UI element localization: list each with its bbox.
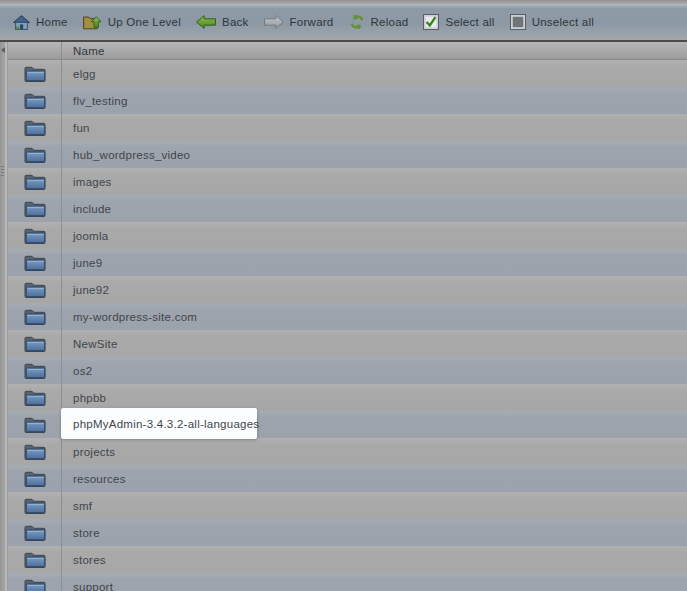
folder-name: phpMyAdmin-3.4.3.2-all-languages (73, 418, 259, 430)
name-column-header[interactable]: Name (62, 42, 687, 59)
home-button-label: Home (36, 16, 68, 28)
folder-icon (24, 416, 46, 433)
up-one-level-icon (83, 15, 102, 30)
folder-name: include (73, 203, 111, 215)
folder-name: store (73, 527, 100, 539)
back-arrow-icon (196, 15, 216, 29)
up-one-level-button-label: Up One Level (108, 16, 181, 28)
folder-icon (24, 578, 46, 591)
folder-name: resources (73, 473, 126, 485)
unselect-all-checkbox-icon (510, 14, 526, 30)
table-row[interactable]: images (8, 168, 687, 195)
select-all-button[interactable]: Select all (423, 14, 494, 30)
file-list-area: Name elgg flv_testing fun hub_wordpress_… (0, 42, 687, 591)
table-row[interactable]: stores (8, 546, 687, 573)
folder-name: fun (73, 122, 90, 134)
icon-column-header (8, 42, 62, 59)
back-button-label: Back (222, 16, 249, 28)
table-row[interactable]: projects (8, 438, 687, 465)
table-row[interactable]: os2 (8, 357, 687, 384)
folder-icon (24, 524, 46, 541)
file-table: Name elgg flv_testing fun hub_wordpress_… (8, 42, 687, 591)
folder-icon (24, 281, 46, 298)
folder-icon (24, 119, 46, 136)
folder-icon (24, 551, 46, 568)
table-row[interactable]: NewSite (8, 330, 687, 357)
folder-icon (24, 335, 46, 352)
folder-icon (24, 200, 46, 217)
folder-icon (24, 227, 46, 244)
reload-icon (349, 14, 365, 30)
folder-name: smf (73, 500, 92, 512)
table-row[interactable]: june9 (8, 249, 687, 276)
folder-icon (24, 389, 46, 406)
folder-name: june9 (73, 257, 102, 269)
table-row[interactable]: phpbb (8, 384, 687, 411)
unselect-all-button[interactable]: Unselect all (510, 14, 594, 30)
splitter-grip (1, 166, 4, 177)
folder-name: june92 (73, 284, 109, 296)
table-row-highlighted[interactable]: phpMyAdmin-3.4.3.2-all-languages (8, 411, 687, 438)
folder-icon (24, 443, 46, 460)
folder-icon (24, 362, 46, 379)
table-row[interactable]: resources (8, 465, 687, 492)
table-row[interactable]: june92 (8, 276, 687, 303)
panel-splitter[interactable] (0, 42, 8, 591)
select-all-checkbox-icon (423, 14, 439, 30)
folder-name: os2 (73, 365, 92, 377)
reload-button-label: Reload (371, 16, 409, 28)
home-icon (13, 15, 30, 30)
table-row[interactable]: fun (8, 114, 687, 141)
reload-button[interactable]: Reload (349, 14, 409, 30)
select-all-button-label: Select all (445, 16, 494, 28)
folder-icon (24, 497, 46, 514)
folder-name: projects (73, 446, 115, 458)
table-row[interactable]: hub_wordpress_video (8, 141, 687, 168)
table-row[interactable]: store (8, 519, 687, 546)
folder-name: NewSite (73, 338, 118, 350)
back-button[interactable]: Back (196, 15, 249, 29)
collapse-panel-icon[interactable] (1, 47, 5, 53)
table-row[interactable]: support (8, 573, 687, 591)
folder-name: phpbb (73, 392, 106, 404)
folder-icon (24, 470, 46, 487)
highlighted-folder-link[interactable]: phpMyAdmin-3.4.3.2-all-languages (61, 408, 257, 439)
folder-name: images (73, 176, 112, 188)
folder-name: stores (73, 554, 106, 566)
folder-icon (24, 65, 46, 82)
forward-arrow-icon (264, 15, 284, 29)
folder-name: flv_testing (73, 95, 128, 107)
name-column-label: Name (73, 45, 105, 57)
table-row[interactable]: flv_testing (8, 87, 687, 114)
folder-icon (24, 92, 46, 109)
table-header-row: Name (8, 42, 687, 60)
folder-name: hub_wordpress_video (73, 149, 190, 161)
home-button[interactable]: Home (13, 15, 68, 30)
folder-name: elgg (73, 68, 96, 80)
table-row[interactable]: include (8, 195, 687, 222)
forward-button[interactable]: Forward (264, 15, 334, 29)
folder-icon (24, 308, 46, 325)
folder-icon (24, 254, 46, 271)
up-one-level-button[interactable]: Up One Level (83, 15, 181, 30)
table-row[interactable]: my-wordpress-site.com (8, 303, 687, 330)
table-row[interactable]: joomla (8, 222, 687, 249)
forward-button-label: Forward (290, 16, 334, 28)
table-row[interactable]: smf (8, 492, 687, 519)
file-manager-window: Home Up One Level Back (0, 0, 687, 591)
folder-icon (24, 173, 46, 190)
table-row[interactable]: elgg (8, 60, 687, 87)
folder-name: support (73, 581, 113, 591)
folder-name: joomla (73, 230, 108, 242)
folder-icon (24, 146, 46, 163)
folder-name: my-wordpress-site.com (73, 311, 197, 323)
unselect-all-button-label: Unselect all (532, 16, 594, 28)
toolbar: Home Up One Level Back (0, 4, 687, 40)
